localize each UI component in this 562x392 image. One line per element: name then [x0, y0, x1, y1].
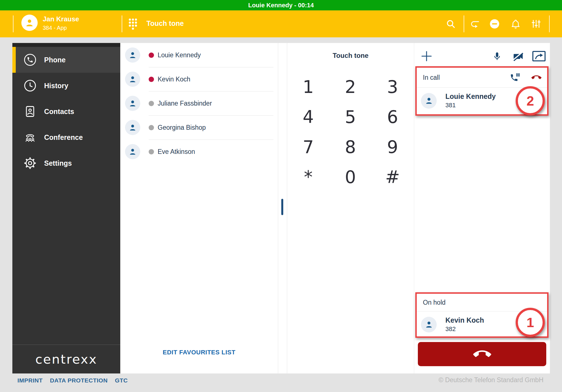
- contact-name: Georgina Bishop: [158, 124, 206, 131]
- avatar: [125, 47, 140, 63]
- transfer-button[interactable]: [532, 51, 546, 63]
- user-extension: 384 - App: [43, 25, 79, 31]
- header-divider: [549, 15, 550, 32]
- in-call-actions: [510, 72, 541, 83]
- in-call-header: In call: [417, 68, 547, 88]
- avatar: [421, 93, 437, 109]
- bell-icon: [511, 19, 521, 29]
- call-forward-button[interactable]: [469, 10, 481, 37]
- party-info: Louie Kennedy 381: [445, 93, 496, 108]
- active-call-title: Louie Kennedy - 00:14: [248, 2, 314, 9]
- camera-off-icon: [512, 51, 524, 61]
- favourite-contact-row[interactable]: Kevin Koch: [120, 67, 278, 91]
- sidebar-item-conference[interactable]: Conference: [12, 124, 120, 150]
- dialpad-key-7[interactable]: 7: [287, 132, 329, 162]
- dialpad-key-3[interactable]: 3: [371, 72, 414, 102]
- annotation-badge-2: 2: [516, 86, 545, 115]
- history-icon: [24, 79, 37, 92]
- sidebar-item-label: Contacts: [44, 108, 74, 116]
- edit-favourites-button[interactable]: EDIT FAVOURITES LIST: [120, 349, 278, 356]
- header-divider: [464, 15, 464, 32]
- brand-logo-area: centrexx: [12, 345, 120, 373]
- hangup-handset-icon: [473, 345, 491, 363]
- avatar: [125, 144, 140, 159]
- avatar: [125, 120, 140, 135]
- party-number: 381: [445, 102, 496, 108]
- party-info: Kevin Koch 382: [445, 317, 484, 332]
- party-name: Louie Kennedy: [445, 93, 496, 100]
- header-divider: [13, 15, 13, 32]
- sidebar-item-label: History: [44, 82, 68, 90]
- data-protection-link[interactable]: DATA PROTECTION: [50, 377, 108, 384]
- status-dot: [149, 101, 154, 106]
- sidebar-item-settings[interactable]: Settings: [12, 150, 120, 176]
- call-panel: In call Louie Kennedy 381 2: [414, 43, 550, 373]
- avatar: [125, 72, 140, 87]
- in-call-label: In call: [423, 74, 440, 81]
- dialpad-key-4[interactable]: 4: [287, 102, 329, 132]
- sidebar: Phone History Contacts Conference Settin…: [12, 43, 120, 373]
- dialpad-key-1[interactable]: 1: [287, 72, 329, 102]
- sidebar-item-label: Phone: [44, 56, 65, 64]
- camera-off-button[interactable]: [512, 51, 524, 63]
- favourite-contact-row[interactable]: Juliane Fassbinder: [120, 91, 278, 115]
- party-number: 382: [445, 326, 484, 332]
- copyright-notice: © Deutsche Telefon Standard GmbH: [439, 376, 543, 384]
- sidebar-item-history[interactable]: History: [12, 73, 120, 99]
- imprint-link[interactable]: IMPRINT: [17, 377, 43, 384]
- settings-icon: [24, 157, 37, 170]
- drag-handle[interactable]: [281, 199, 283, 215]
- on-hold-section: On hold Kevin Koch 382 1: [415, 292, 549, 338]
- favourite-contact-row[interactable]: Georgina Bishop: [120, 115, 278, 140]
- hold-call-button[interactable]: [510, 73, 520, 82]
- contact-name: Juliane Fassbinder: [158, 100, 212, 107]
- do-not-disturb-button[interactable]: [488, 10, 501, 37]
- hold-call-icon: [510, 73, 520, 82]
- row-divider: [149, 91, 273, 92]
- transfer-icon: [532, 51, 546, 61]
- favourite-contact-row[interactable]: Eve Atkinson: [120, 140, 278, 164]
- person-icon: [425, 96, 433, 105]
- dialpad-key-hash[interactable]: #: [371, 162, 414, 192]
- party-name: Kevin Koch: [445, 317, 484, 324]
- conference-icon: [24, 131, 37, 144]
- contacts-icon: [24, 105, 37, 118]
- phone-icon: [24, 53, 37, 66]
- favourite-contact-row[interactable]: Louie Kennedy: [120, 43, 278, 67]
- dialpad-key-8[interactable]: 8: [329, 132, 371, 162]
- active-call-bar[interactable]: Louie Kennedy - 00:14: [0, 0, 562, 10]
- hangup-button[interactable]: [418, 342, 546, 366]
- dialpad-key-star[interactable]: *: [287, 162, 329, 192]
- microphone-button[interactable]: [492, 51, 502, 63]
- softphone-app: Louie Kennedy - 00:14 Jan Krause 384 - A…: [0, 0, 562, 392]
- brand-logo: centrexx: [35, 352, 97, 367]
- sidebar-top-strip: [12, 43, 120, 47]
- sidebar-item-label: Settings: [44, 159, 72, 167]
- mode-title: Touch tone: [146, 19, 184, 28]
- settings-sliders-button[interactable]: [530, 10, 542, 37]
- sidebar-item-contacts[interactable]: Contacts: [12, 99, 120, 124]
- dialpad-key-2[interactable]: 2: [329, 72, 371, 102]
- gtc-link[interactable]: GTC: [115, 377, 128, 384]
- user-avatar[interactable]: [21, 15, 38, 31]
- dialpad-key-5[interactable]: 5: [329, 102, 371, 132]
- dialpad-key-9[interactable]: 9: [371, 132, 414, 162]
- dialpad-key-6[interactable]: 6: [371, 102, 414, 132]
- hangup-icon: [531, 72, 541, 83]
- status-dot: [149, 125, 154, 130]
- search-button[interactable]: [445, 10, 457, 37]
- status-dot: [149, 53, 154, 58]
- dialpad-panel: Touch tone 1 2 3 4 5 6 7 8 9 * 0 #: [287, 43, 414, 373]
- sidebar-item-phone[interactable]: Phone: [12, 47, 120, 73]
- dialpad-key-0[interactable]: 0: [329, 162, 371, 192]
- person-icon: [25, 18, 34, 28]
- hangup-call-button[interactable]: [531, 72, 541, 83]
- search-icon: [446, 19, 456, 29]
- dialpad-title: Touch tone: [287, 43, 414, 60]
- add-call-button[interactable]: [420, 50, 433, 63]
- current-user: Jan Krause 384 - App: [43, 16, 79, 31]
- notifications-button[interactable]: [509, 10, 522, 37]
- panel-splitter: [278, 43, 287, 373]
- person-icon: [128, 99, 137, 108]
- row-divider: [149, 140, 273, 140]
